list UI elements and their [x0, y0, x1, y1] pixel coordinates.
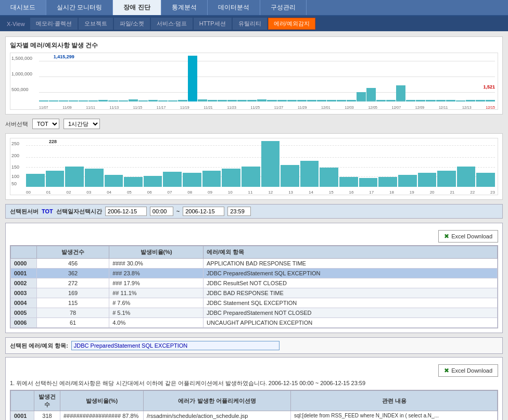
table1-container[interactable]: 발생건수 발생비율(%) 에러/예외 항목 0000 456 #### 30.0… — [10, 245, 498, 328]
chart2-area: 250 200 150 100 50 228 00010203040506070… — [10, 138, 498, 195]
nav-data[interactable]: 데이터분석 — [208, 0, 260, 15]
nav-stats[interactable]: 통계분석 — [161, 0, 208, 15]
selected-error-section: 선택된 에러/예외 항목: — [5, 337, 503, 354]
table-row[interactable]: 0002 272 ### 17.9% JDBC ResultSet NOT CL… — [11, 278, 498, 288]
subnav-file[interactable]: 파일/소켓 — [114, 18, 150, 30]
chart1-bar — [366, 88, 376, 101]
chart2-bar — [457, 167, 476, 187]
date-separator: ~ — [176, 208, 180, 214]
table-row[interactable]: 0001 318 ################## 87.8% /rssad… — [11, 411, 498, 421]
table1-section: ✖ Excel Download 발생건수 발생비율(%) 에러/예외 항목 0… — [5, 223, 503, 333]
cell-count: 61 — [37, 318, 109, 328]
cell-id: 0002 — [11, 278, 37, 288]
chart2-bar — [124, 177, 143, 187]
cell-id: 0001 — [11, 411, 34, 421]
y-label-3: 500,000 — [11, 87, 29, 92]
table2-container[interactable]: 발생건수 발생비율(%) 에러가 발생한 어플리케이션명 관련 내용 0001 … — [10, 390, 498, 420]
chart1-bar — [98, 100, 108, 101]
chart1-bar — [476, 100, 485, 101]
selected-error-input[interactable] — [71, 341, 280, 350]
chart2-bar — [85, 169, 104, 187]
chart2-bar — [418, 173, 437, 187]
chart1-bar — [79, 100, 88, 101]
subnav-http[interactable]: HTTP세션 — [194, 18, 232, 30]
server-filter-label: 선택된서버 — [10, 208, 39, 215]
chart1-bar — [486, 100, 495, 101]
chart1-bar — [337, 100, 346, 101]
start-date-input[interactable] — [105, 207, 147, 216]
cell-count: 115 — [37, 298, 109, 308]
chart1-bar — [49, 100, 58, 101]
xview-label: X-View — [3, 20, 29, 28]
table-row[interactable]: 0006 61 4.0% UNCAUGHT APPLICATION EXCEPT… — [11, 318, 498, 328]
excel-download-btn-1[interactable]: ✖ Excel Download — [438, 230, 498, 243]
table-row[interactable]: 0000 456 #### 30.0% APPLICATION BAD RESP… — [11, 259, 498, 269]
cell-app: /rssadmin/schedule/action_schedule.jsp — [144, 411, 291, 421]
chart2-peak-label: 228 — [49, 139, 57, 144]
cell-item: JDBC ResultSet NOT CLOSED — [204, 278, 498, 288]
table-row[interactable]: 0005 78 # 5.1% JDBC PreparedStatement NO… — [11, 308, 498, 318]
chart2-bar — [398, 175, 417, 187]
excel-download-btn-2[interactable]: ✖ Excel Download — [438, 364, 498, 377]
table-row[interactable]: 0001 362 ### 23.8% JDBC PreparedStatemen… — [11, 269, 498, 278]
nav-fault[interactable]: 장애 진단 — [113, 0, 161, 15]
subnav-memory[interactable]: 메모리·콜렉션 — [30, 18, 78, 30]
table-row[interactable]: 0003 169 ## 11.1% JDBC BAD RESPONSE TIME — [11, 288, 498, 298]
excel-btn2-row: ✖ Excel Download — [10, 364, 498, 377]
cell-item: JDBC BAD RESPONSE TIME — [204, 288, 498, 298]
server-select[interactable]: TOT — [32, 119, 59, 129]
subnav-error[interactable]: 에러/예외감지 — [268, 18, 315, 30]
chart1-bar — [426, 100, 435, 101]
chart2-bar — [300, 161, 319, 187]
end-time-input[interactable] — [227, 207, 251, 216]
cell-id: 0003 — [11, 288, 37, 298]
end-date-input[interactable] — [183, 207, 224, 216]
cell-item: JDBC PreparedStatement NOT CLOSED — [204, 308, 498, 318]
peak-label: 1,415,299 — [54, 54, 74, 59]
chart2-bar — [281, 165, 299, 187]
chart2-bar — [163, 172, 182, 187]
start-time-input[interactable] — [150, 207, 173, 216]
chart2-bar — [105, 175, 123, 187]
chart1-bar — [148, 100, 158, 101]
excel-icon-1: ✖ — [444, 233, 449, 240]
chart2-bar — [222, 169, 240, 187]
nav-config[interactable]: 구성관리 — [260, 0, 307, 15]
excel-btn1-row: ✖ Excel Download — [10, 230, 498, 243]
chart1-section: 일자별 메러/예외사항 발생 건수 1,500,000 1,000,000 50… — [5, 36, 503, 114]
nav-realtime[interactable]: 실시간 모니터링 — [46, 0, 113, 15]
chart2-bar — [183, 173, 201, 187]
th2-app: 에러가 발생한 어플리케이션명 — [144, 391, 291, 411]
chart1-bar — [208, 100, 217, 101]
chart1-bar — [227, 100, 237, 101]
chart1-bar — [456, 100, 465, 101]
cell-rate: ### 23.8% — [109, 269, 204, 278]
chart2-bar — [26, 174, 45, 187]
subnav-object[interactable]: 오브젝트 — [79, 18, 113, 30]
excel-btn1-label: Excel Download — [451, 233, 492, 239]
nav-dashboard[interactable]: 대시보드 — [0, 0, 46, 15]
last-label: 1,521 — [483, 84, 495, 90]
server-label: 서버선택 — [5, 120, 28, 128]
chart1-bar — [466, 100, 475, 101]
cell-rate: ################## 87.8% — [60, 411, 144, 421]
th-rate: 발생비율(%) — [109, 246, 204, 259]
chart1-bar — [297, 100, 307, 101]
table-row[interactable]: 0004 115 # 7.6% JDBC Statement SQL EXCEP… — [11, 298, 498, 308]
th-id — [11, 246, 37, 259]
chart1-bar — [446, 100, 455, 101]
chart1-bar — [436, 100, 446, 101]
chart1-bar — [168, 100, 177, 101]
chart2-bar — [242, 167, 260, 187]
chart1-bar — [237, 100, 247, 101]
chart1-bar — [396, 85, 405, 101]
time-select[interactable]: 1시간당 — [63, 119, 100, 129]
th-count: 발생건수 — [37, 246, 109, 259]
y2-label-2: 200 — [11, 153, 19, 158]
subnav-utility[interactable]: 유틸리티 — [233, 18, 267, 30]
chart2-bar — [476, 173, 495, 187]
subnav-service[interactable]: 서비스·덤프 — [151, 18, 193, 30]
chart1-bar — [218, 100, 227, 101]
chart1-bar — [317, 100, 326, 101]
chart1-bars — [39, 56, 495, 101]
